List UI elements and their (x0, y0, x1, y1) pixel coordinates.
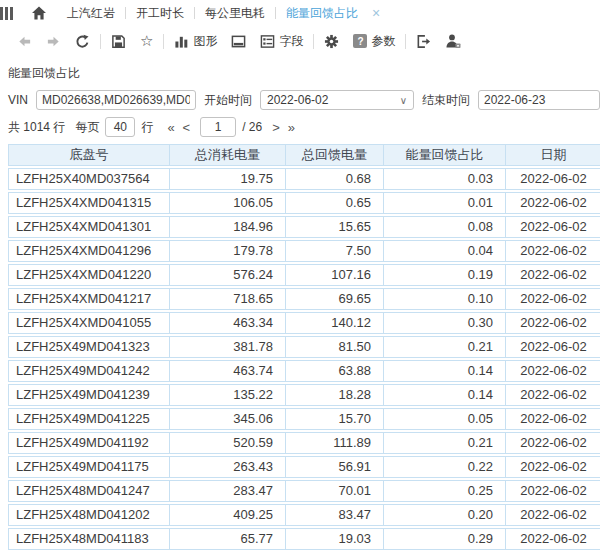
table-row: LZFH25X49MD041242463.7463.880.142022-06-… (8, 360, 600, 382)
table-body: LZFH25X40MD03756419.750.680.032022-06-02… (8, 168, 600, 550)
app-window: 上汽红岩 开工时长 每公里电耗 能量回馈占比 × ☆ 图形 (0, 0, 600, 555)
total-pages-label: / 26 (242, 120, 262, 134)
table-row: LZFH25X49MD041192520.59111.890.212022-06… (8, 432, 600, 454)
table-row: LZFH25X40MD03756419.750.680.032022-06-02 (8, 168, 600, 190)
tab-bar: 上汽红岩 开工时长 每公里电耗 能量回馈占比 × (0, 0, 600, 26)
export-button[interactable] (409, 34, 438, 49)
page-title: 能量回馈占比 (8, 65, 600, 82)
data-table: 底盘号 总消耗电量 总回馈电量 能量回馈占比 日期 LZFH25X40MD037… (8, 142, 600, 552)
params-button-label: 参数 (371, 33, 395, 50)
cell-chassis: LZFH25X49MD041192 (8, 432, 170, 454)
chart-button-label: 图形 (193, 33, 217, 50)
panel-button[interactable] (224, 34, 253, 49)
user-icon (445, 33, 461, 49)
cell-total-consumed: 576.24 (170, 264, 286, 286)
cell-regen-ratio: 0.21 (384, 432, 506, 454)
save-button[interactable] (104, 34, 133, 49)
back-button[interactable] (10, 34, 39, 49)
cell-regen-ratio: 0.01 (384, 192, 506, 214)
cell-regen-ratio: 0.04 (384, 240, 506, 262)
cell-date: 2022-06-02 (506, 456, 600, 478)
cell-chassis: LZFH25X4XMD041217 (8, 288, 170, 310)
end-time-label: 结束时间 (422, 92, 470, 109)
tab-energy-feedback-ratio[interactable]: 能量回馈占比 (276, 5, 368, 22)
cell-chassis: LZFH25X48MD041183 (8, 528, 170, 550)
cell-date: 2022-06-02 (506, 336, 600, 358)
end-date-input[interactable] (478, 90, 600, 110)
cell-total-consumed: 19.75 (170, 168, 286, 190)
tab-shangqi-hongyan[interactable]: 上汽红岩 (57, 5, 125, 22)
cell-total-regen: 63.88 (286, 360, 384, 382)
cell-total-consumed: 381.78 (170, 336, 286, 358)
cell-regen-ratio: 0.25 (384, 480, 506, 502)
cell-total-regen: 140.12 (286, 312, 384, 334)
save-icon (111, 34, 126, 49)
cell-chassis: LZFH25X49MD041323 (8, 336, 170, 358)
chart-button[interactable]: 图形 (167, 33, 224, 50)
close-tab-icon[interactable]: × (372, 6, 380, 20)
filter-bar: VIN 开始时间 2022-06-02 ∨ 结束时间 (8, 90, 600, 110)
cell-regen-ratio: 0.30 (384, 312, 506, 334)
cell-total-regen: 15.70 (286, 408, 384, 430)
table-row: LZFH25X49MD041239135.2218.280.142022-06-… (8, 384, 600, 406)
first-page-button[interactable]: « (163, 120, 178, 135)
cell-regen-ratio: 0.19 (384, 264, 506, 286)
panel-icon (231, 34, 246, 49)
table-row: LZFH25X48MD041247283.4770.010.252022-06-… (8, 480, 600, 502)
cell-total-regen: 56.91 (286, 456, 384, 478)
cell-total-regen: 107.16 (286, 264, 384, 286)
user-button[interactable] (438, 33, 468, 49)
vin-input[interactable] (36, 90, 196, 110)
last-page-button[interactable]: » (284, 120, 299, 135)
back-arrow-icon (17, 34, 32, 49)
refresh-button[interactable] (68, 34, 97, 49)
cell-total-regen: 111.89 (286, 432, 384, 454)
table-row: LZFH25X4XMD041301184.9615.650.082022-06-… (8, 216, 600, 238)
page-number-input[interactable] (200, 117, 236, 137)
cell-regen-ratio: 0.20 (384, 504, 506, 526)
cell-date: 2022-06-02 (506, 240, 600, 262)
cell-regen-ratio: 0.21 (384, 336, 506, 358)
tab-energy-per-km[interactable]: 每公里电耗 (195, 5, 275, 22)
next-page-button[interactable]: > (268, 120, 284, 135)
cell-chassis: LZFH25X49MD041242 (8, 360, 170, 382)
table-header-row: 底盘号 总消耗电量 总回馈电量 能量回馈占比 日期 (8, 144, 600, 166)
table-row: LZFH25X4XMD041296179.787.500.042022-06-0… (8, 240, 600, 262)
cell-total-regen: 83.47 (286, 504, 384, 526)
menu-grip-icon[interactable] (0, 7, 13, 20)
cell-total-consumed: 463.74 (170, 360, 286, 382)
cell-total-regen: 69.65 (286, 288, 384, 310)
cell-date: 2022-06-02 (506, 216, 600, 238)
cell-total-regen: 0.68 (286, 168, 384, 190)
prev-page-button[interactable]: < (179, 120, 195, 135)
cell-chassis: LZFH25X49MD041175 (8, 456, 170, 478)
start-time-label: 开始时间 (204, 92, 252, 109)
settings-button[interactable] (317, 34, 346, 49)
favorite-button[interactable]: ☆ (133, 32, 160, 50)
forward-button[interactable] (39, 34, 68, 49)
params-button[interactable]: ? 参数 (346, 33, 402, 50)
star-icon: ☆ (140, 32, 153, 50)
cell-regen-ratio: 0.10 (384, 288, 506, 310)
fields-button-label: 字段 (279, 33, 303, 50)
cell-total-consumed: 520.59 (170, 432, 286, 454)
fields-button[interactable]: 字段 (253, 33, 310, 50)
help-icon: ? (353, 34, 367, 48)
cell-regen-ratio: 0.14 (384, 360, 506, 382)
cell-total-consumed: 135.22 (170, 384, 286, 406)
cell-total-regen: 19.03 (286, 528, 384, 550)
col-header-date: 日期 (506, 144, 600, 166)
chevron-down-icon: ∨ (400, 95, 407, 106)
cell-date: 2022-06-02 (506, 480, 600, 502)
home-icon[interactable] (31, 5, 47, 21)
per-page-input[interactable] (105, 117, 135, 137)
table-row: LZFH25X48MD04118365.7719.030.292022-06-0… (8, 528, 600, 550)
start-date-select[interactable]: 2022-06-02 ∨ (260, 90, 414, 110)
cell-total-consumed: 179.78 (170, 240, 286, 262)
toolbar-divider (163, 34, 164, 49)
cell-date: 2022-06-02 (506, 504, 600, 526)
fields-icon (260, 34, 275, 49)
cell-chassis: LZFH25X49MD041239 (8, 384, 170, 406)
tab-work-duration[interactable]: 开工时长 (126, 5, 194, 22)
table-row: LZFH25X49MD041225345.0615.700.052022-06-… (8, 408, 600, 430)
